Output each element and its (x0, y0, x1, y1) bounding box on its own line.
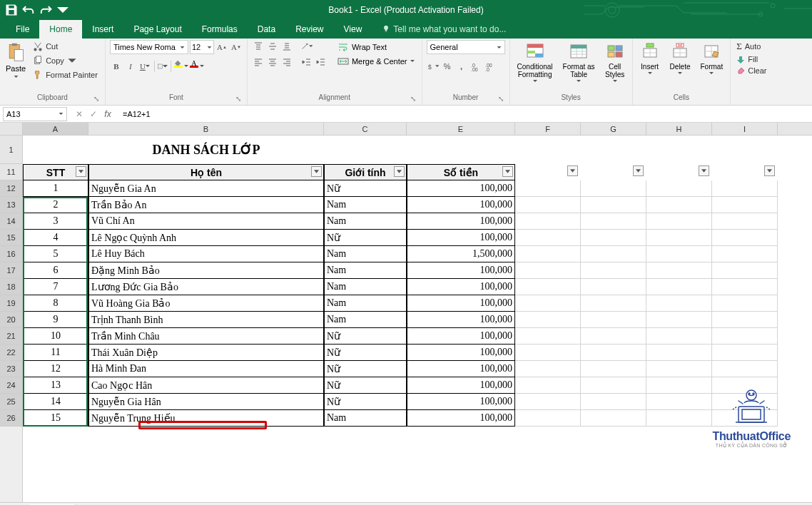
decrease-font-icon[interactable]: A▼ (230, 41, 243, 53)
cell-stt[interactable]: 8 (23, 295, 88, 312)
align-middle-icon[interactable] (266, 40, 279, 53)
align-left-icon[interactable] (252, 56, 265, 68)
hdr-gender[interactable]: Giới tính (324, 164, 407, 180)
table-row[interactable]: 8Vũ Hoàng Gia BảoNam100,000 (23, 295, 812, 312)
cell-stt[interactable]: 2 (23, 197, 88, 213)
cell-amount[interactable]: 100,000 (407, 328, 515, 345)
row-header[interactable]: 18 (0, 279, 22, 295)
col-header-h[interactable]: H (646, 123, 712, 135)
col-header-b[interactable]: B (88, 123, 324, 135)
tab-formulas[interactable]: Formulas (192, 20, 248, 39)
table-row[interactable]: 12Hà Minh ĐanNữ100,000 (23, 361, 812, 377)
cell-name[interactable]: Trần Minh Châu (88, 328, 324, 345)
align-center-icon[interactable] (266, 56, 279, 68)
cell-gender[interactable]: Nam (324, 410, 407, 427)
cell-name[interactable]: Vũ Hoàng Gia Bảo (88, 295, 324, 312)
cell-gender[interactable]: Nữ (324, 394, 407, 410)
table-row[interactable]: 4Lê Ngọc Quỳnh AnhNữ100,000 (23, 230, 812, 246)
tell-me-search[interactable]: Tell me what you want to do... (372, 20, 516, 39)
redo-icon[interactable] (39, 3, 53, 17)
table-row[interactable]: 14Nguyễn Gia HânNữ100,000 (23, 394, 812, 410)
font-color-button[interactable]: A (190, 60, 198, 73)
tab-page-layout[interactable]: Page Layout (123, 20, 191, 39)
name-box[interactable]: A13 (3, 107, 67, 121)
cell-gender[interactable]: Nữ (324, 377, 407, 394)
font-size-select[interactable]: 12 (190, 40, 214, 54)
cell-name[interactable]: Lê Huy Bách (88, 246, 324, 262)
percent-button[interactable]: % (441, 60, 454, 73)
cell-amount[interactable]: 100,000 (407, 295, 515, 312)
row-header[interactable]: 16 (0, 246, 22, 262)
cell-amount[interactable]: 100,000 (407, 262, 515, 279)
select-all-corner[interactable] (0, 123, 23, 136)
bold-button[interactable]: B (110, 60, 123, 73)
row-header[interactable]: 1 (0, 136, 22, 164)
cell-styles-button[interactable]: Cell Styles (602, 40, 628, 92)
row-header[interactable]: 24 (0, 377, 22, 394)
row-header[interactable]: 11 (0, 164, 22, 180)
delete-cells-button[interactable]: Delete (667, 40, 694, 92)
cell-gender[interactable]: Nam (324, 312, 407, 328)
row-header[interactable]: 25 (0, 394, 22, 410)
borders-button[interactable] (158, 60, 168, 73)
copy-button[interactable]: Copy (30, 54, 101, 67)
format-cells-button[interactable]: Format (698, 40, 726, 92)
qat-customize-icon[interactable] (56, 3, 70, 17)
cell-name[interactable]: Hà Minh Đan (88, 361, 324, 377)
row-header[interactable]: 14 (0, 213, 22, 230)
format-painter-button[interactable]: Format Painter (30, 68, 101, 81)
undo-icon[interactable] (21, 3, 36, 17)
cell-gender[interactable]: Nam (324, 262, 407, 279)
enter-formula-icon[interactable]: ✓ (88, 109, 98, 119)
tab-home[interactable]: Home (39, 20, 82, 39)
save-icon[interactable] (4, 3, 19, 17)
cell-name[interactable]: Lê Ngọc Quỳnh Anh (88, 230, 324, 246)
cell-gender[interactable]: Nữ (324, 345, 407, 361)
decrease-decimal-icon[interactable]: .00.0 (484, 60, 497, 73)
cell-amount[interactable]: 100,000 (407, 312, 515, 328)
cells-area[interactable]: DANH SÁCH LỚP STT Họ tên Giới tính Số ti… (23, 136, 812, 427)
table-row[interactable]: 6Đặng Minh BảoNam100,000 (23, 262, 812, 279)
table-row[interactable]: 13Cao Ngọc HânNữ100,000 (23, 377, 812, 394)
launcher-icon[interactable]: ⤡ (409, 95, 417, 103)
cell-amount[interactable]: 100,000 (407, 394, 515, 410)
filter-button[interactable] (311, 166, 322, 177)
cell-name[interactable]: Lương Đức Gia Bảo (88, 279, 324, 295)
filter-button[interactable] (502, 166, 513, 177)
clear-button[interactable]: Clear (735, 66, 768, 76)
filter-button[interactable] (633, 165, 644, 176)
increase-font-icon[interactable]: A▲ (215, 41, 228, 53)
paste-button[interactable]: Paste (4, 40, 27, 92)
cell-name[interactable]: Thái Xuân Diệp (88, 345, 324, 361)
col-header-c[interactable]: C (324, 123, 407, 135)
col-header-f[interactable]: F (515, 123, 581, 135)
cell-gender[interactable]: Nam (324, 213, 407, 230)
wrap-text-button[interactable]: Wrap Text (335, 40, 417, 54)
row-header[interactable]: 20 (0, 312, 22, 328)
hdr-amount[interactable]: Số tiền (407, 164, 515, 180)
cancel-formula-icon[interactable]: ✕ (74, 109, 84, 119)
cell-gender[interactable]: Nữ (324, 328, 407, 345)
cell-amount[interactable]: 100,000 (407, 197, 515, 213)
cell-stt[interactable]: 10 (23, 328, 88, 345)
cell-gender[interactable]: Nam (324, 246, 407, 262)
italic-button[interactable]: I (124, 60, 137, 73)
col-header-e[interactable]: E (407, 123, 515, 135)
cell-stt[interactable]: 13 (23, 377, 88, 394)
launcher-icon[interactable]: ⤡ (234, 95, 243, 103)
table-row[interactable]: 5Lê Huy BáchNam1,500,000 (23, 246, 812, 262)
row-header[interactable]: 23 (0, 361, 22, 377)
cell-amount[interactable]: 100,000 (407, 279, 515, 295)
filter-button[interactable] (76, 166, 86, 177)
row-header[interactable]: 26 (0, 410, 22, 427)
table-row[interactable]: 11Thái Xuân DiệpNữ100,000 (23, 345, 812, 361)
table-row[interactable]: 7Lương Đức Gia BảoNam100,000 (23, 279, 812, 295)
cell-stt[interactable]: 11 (23, 345, 88, 361)
cell-amount[interactable]: 100,000 (407, 230, 515, 246)
cell-amount[interactable]: 1,500,000 (407, 246, 515, 262)
cell-stt[interactable]: 1 (23, 180, 88, 197)
autosum-button[interactable]: ΣAuto (735, 40, 768, 53)
cell-gender[interactable]: Nam (324, 197, 407, 213)
tab-insert[interactable]: Insert (82, 20, 123, 39)
cut-button[interactable]: Cut (30, 40, 101, 53)
